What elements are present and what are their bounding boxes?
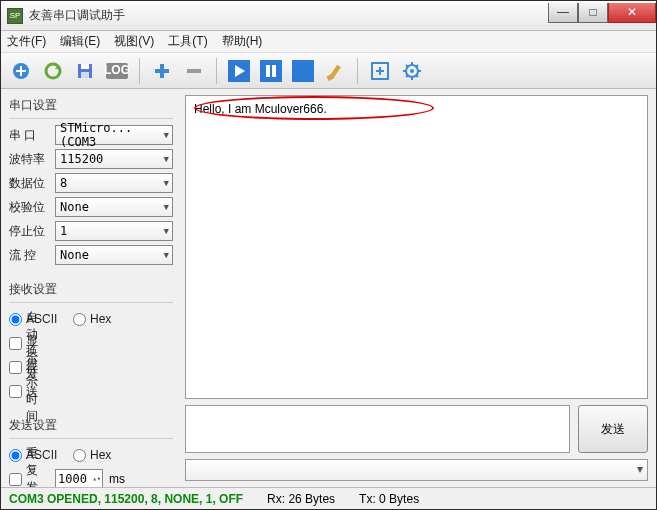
status-connection: COM3 OPENED, 115200, 8, NONE, 1, OFF	[9, 492, 243, 506]
app-window: SP 友善串口调试助手 ― □ ✕ 文件(F) 编辑(E) 视图(V) 工具(T…	[0, 0, 657, 510]
databits-combo[interactable]: 8	[55, 173, 173, 193]
new-icon[interactable]	[7, 57, 35, 85]
receive-textarea[interactable]: Hello, I am Mculover666.	[185, 95, 648, 399]
menu-view[interactable]: 视图(V)	[114, 33, 154, 50]
history-combo[interactable]	[185, 459, 648, 481]
svg-rect-10	[272, 65, 276, 77]
serial-settings-title: 串口设置	[9, 95, 173, 119]
save-icon[interactable]	[71, 57, 99, 85]
recv-hex-radio[interactable]: Hex	[73, 312, 113, 326]
port-label: 串 口	[9, 127, 49, 144]
svg-rect-4	[81, 72, 89, 78]
main-area: Hello, I am Mculover666. 发送	[181, 89, 656, 487]
app-icon: SP	[7, 8, 23, 24]
send-button[interactable]: 发送	[578, 405, 648, 453]
port-combo[interactable]: STMicro...(COM3	[55, 125, 173, 145]
window-title: 友善串口调试助手	[29, 7, 548, 24]
settings-icon[interactable]	[398, 57, 426, 85]
sidebar: 串口设置 串 口STMicro...(COM3 波特率115200 数据位8 校…	[1, 89, 181, 487]
menu-tools[interactable]: 工具(T)	[168, 33, 207, 50]
recv-settings-title: 接收设置	[9, 279, 173, 303]
repeat-send-check[interactable]: 重复发送	[9, 445, 49, 487]
close-button[interactable]: ✕	[608, 3, 656, 23]
svg-rect-8	[260, 60, 282, 82]
menu-file[interactable]: 文件(F)	[7, 33, 46, 50]
minus-icon[interactable]	[180, 57, 208, 85]
recv-settings-group: 接收设置 ASCII Hex 自动换行 显示发送 显示时间	[9, 279, 173, 403]
stop-icon[interactable]	[289, 57, 317, 85]
menu-edit[interactable]: 编辑(E)	[60, 33, 100, 50]
clear-icon[interactable]	[321, 57, 349, 85]
interval-spin[interactable]: 1000	[55, 469, 103, 487]
serial-settings-group: 串口设置 串 口STMicro...(COM3 波特率115200 数据位8 校…	[9, 95, 173, 267]
parity-combo[interactable]: None	[55, 197, 173, 217]
svg-rect-3	[81, 64, 89, 69]
stopbits-combo[interactable]: 1	[55, 221, 173, 241]
flow-combo[interactable]: None	[55, 245, 173, 265]
toolbar: LOG	[1, 53, 656, 89]
svg-point-15	[410, 69, 414, 73]
status-tx: Tx: 0 Bytes	[359, 492, 419, 506]
status-rx: Rx: 26 Bytes	[267, 492, 335, 506]
log-icon[interactable]: LOG	[103, 57, 131, 85]
menu-help[interactable]: 帮助(H)	[222, 33, 263, 50]
send-textarea[interactable]	[185, 405, 570, 453]
menubar: 文件(F) 编辑(E) 视图(V) 工具(T) 帮助(H)	[1, 31, 656, 53]
refresh-icon[interactable]	[39, 57, 67, 85]
svg-text:LOG: LOG	[105, 63, 129, 77]
interval-unit: ms	[109, 472, 125, 486]
send-settings-group: 发送设置 ASCII Hex 重复发送 1000 ms	[9, 415, 173, 487]
send-hex-radio[interactable]: Hex	[73, 448, 113, 462]
databits-label: 数据位	[9, 175, 49, 192]
play-icon[interactable]	[225, 57, 253, 85]
baud-combo[interactable]: 115200	[55, 149, 173, 169]
add-window-icon[interactable]	[366, 57, 394, 85]
parity-label: 校验位	[9, 199, 49, 216]
titlebar[interactable]: SP 友善串口调试助手 ― □ ✕	[1, 1, 656, 31]
maximize-button[interactable]: □	[578, 3, 608, 23]
svg-rect-9	[266, 65, 270, 77]
plus-icon[interactable]	[148, 57, 176, 85]
minimize-button[interactable]: ―	[548, 3, 578, 23]
statusbar: COM3 OPENED, 115200, 8, NONE, 1, OFF Rx:…	[1, 487, 656, 509]
stopbits-label: 停止位	[9, 223, 49, 240]
svg-rect-11	[292, 60, 314, 82]
pause-icon[interactable]	[257, 57, 285, 85]
baud-label: 波特率	[9, 151, 49, 168]
flow-label: 流 控	[9, 247, 49, 264]
send-settings-title: 发送设置	[9, 415, 173, 439]
rx-content: Hello, I am Mculover666.	[194, 102, 327, 116]
